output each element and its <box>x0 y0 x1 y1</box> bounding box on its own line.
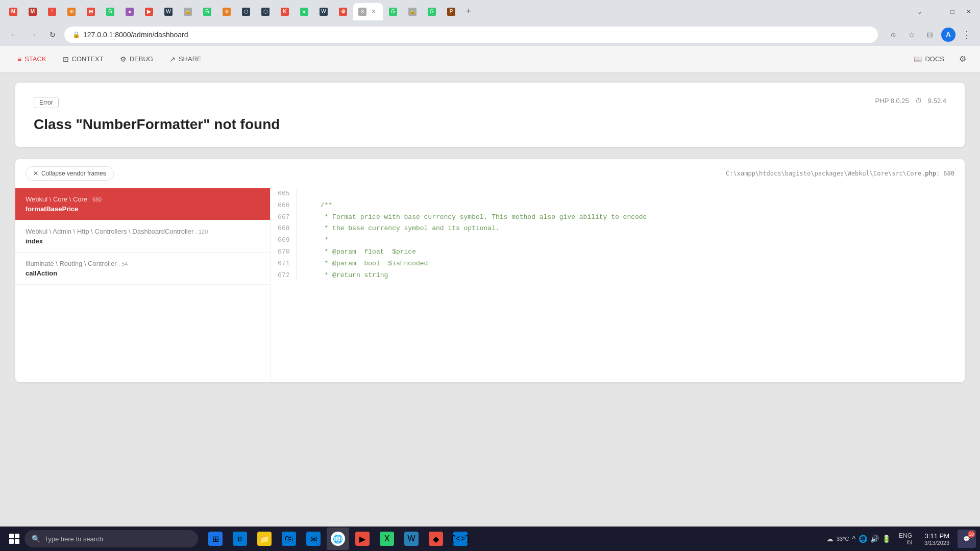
tab-gmail[interactable]: M <box>4 3 22 20</box>
taskbar-app-chrome[interactable]: 🌐 <box>327 528 349 550</box>
tab-t10[interactable]: ⚙ <box>217 3 236 20</box>
temperature-text: 33°C <box>837 536 849 542</box>
profile-avatar[interactable]: A <box>941 28 955 42</box>
tab-t9[interactable]: G <box>198 3 216 20</box>
line-num-668: 668 <box>271 223 296 235</box>
network-icon[interactable]: 🌐 <box>859 535 867 543</box>
collapse-label: Collapse vendor frames <box>41 170 106 177</box>
tab-close-active[interactable]: ✕ <box>370 8 378 16</box>
store-icon: 🛍 <box>282 532 296 546</box>
line-num-670: 670 <box>271 246 296 258</box>
tab-favicon-t12: ⬡ <box>261 8 270 16</box>
search-placeholder: Type here to search <box>44 535 103 543</box>
back-button[interactable]: ← <box>6 27 21 42</box>
ignition-version: 9.52.4 <box>928 97 946 105</box>
taskbar-app-mail[interactable]: ✉ <box>302 528 325 550</box>
line-num-672: 672 <box>271 270 296 282</box>
context-button[interactable]: ⊡ CONTEXT <box>56 52 111 66</box>
bookmark-icon[interactable]: ☆ <box>904 28 919 42</box>
tab-t8[interactable]: 🔒 <box>179 3 197 20</box>
taskbar-app-tool1[interactable]: ◆ <box>425 528 447 550</box>
collapse-icon: ✕ <box>33 170 38 177</box>
docs-button[interactable]: 📖 DOCS <box>906 52 951 66</box>
close-window-button[interactable]: ✕ <box>962 5 976 19</box>
taskbar-search[interactable]: 🔍 Type here to search <box>24 530 198 547</box>
maximize-button[interactable]: □ <box>945 5 960 19</box>
stack-frame-2[interactable]: Illuminate \ Routing \ Controller : 54 c… <box>15 253 270 285</box>
tab-t5[interactable]: ● <box>120 3 139 20</box>
stack-body: Webkul \ Core \ Core : 680 formatBasePri… <box>15 188 965 382</box>
settings-button[interactable]: ⚙ <box>955 52 970 66</box>
forward-button[interactable]: → <box>26 27 41 42</box>
battery-icon[interactable]: 🔋 <box>882 535 891 543</box>
tab-t3[interactable]: ⊞ <box>82 3 100 20</box>
tab-favicon-t15: W <box>320 8 328 16</box>
tray-expand-icon[interactable]: ^ <box>852 535 855 543</box>
clock[interactable]: 3:11 PM 3/13/2023 <box>920 532 953 546</box>
tab-t11[interactable]: ⬡ <box>237 3 255 20</box>
reload-button[interactable]: ↻ <box>45 27 60 42</box>
tab-t17[interactable]: G <box>384 3 402 20</box>
tab-t4[interactable]: G <box>101 3 119 20</box>
tab-t18[interactable]: 🔒 <box>403 3 422 20</box>
stack-button[interactable]: ≡ STACK <box>10 52 54 66</box>
tab-t19[interactable]: G <box>423 3 441 20</box>
address-text: 127.0.0.1:8000/admin/dashboard <box>83 31 188 39</box>
region-text: IN <box>906 539 912 545</box>
tab-t15[interactable]: W <box>314 3 333 20</box>
address-input[interactable]: 🔒 127.0.0.1:8000/admin/dashboard <box>64 27 878 43</box>
share-page-icon[interactable]: ⎋ <box>886 28 900 42</box>
docs-label: DOCS <box>925 55 944 63</box>
error-header-row: Error Class "NumberFormatter" not found … <box>34 97 946 133</box>
minimize-button[interactable]: ─ <box>929 5 943 19</box>
stack-frame-1[interactable]: Webkul \ Admin \ Http \ Controllers \ Da… <box>15 220 270 253</box>
share-button[interactable]: ↗ SHARE <box>162 52 209 66</box>
tab-t1[interactable]: ! <box>43 3 61 20</box>
weather-icon[interactable]: ☁ <box>826 535 834 543</box>
browser-menu-button[interactable]: ⋮ <box>960 28 974 42</box>
debug-button[interactable]: ⚙ DEBUG <box>113 52 160 66</box>
sidebar-toggle-icon[interactable]: ⊟ <box>923 28 937 42</box>
tab-t16[interactable]: ⚙ <box>334 3 352 20</box>
php-version: PHP 8.0.25 <box>875 97 909 105</box>
code-line-667: 667 * Format price with base currency sy… <box>271 212 965 223</box>
taskbar-app-explorer[interactable]: 📁 <box>253 528 276 550</box>
code-line-669: 669 * <box>271 235 965 246</box>
tab-t12[interactable]: ⬡ <box>256 3 275 20</box>
tab-t2[interactable]: ⊞ <box>62 3 81 20</box>
tab-favicon-t6: ▶ <box>145 8 153 16</box>
tab-t20[interactable]: P <box>442 3 460 20</box>
error-title: Class "NumberFormatter" not found <box>34 116 280 133</box>
tab-m2[interactable]: M <box>23 3 42 20</box>
widgets-icon: ⊞ <box>208 532 223 546</box>
tab-menu-button[interactable]: ⌄ <box>913 5 927 19</box>
taskbar-app-vscode[interactable]: {'<>'} <box>449 528 472 550</box>
share-icon: ↗ <box>169 55 176 63</box>
taskbar-app-youtube[interactable]: ▶ <box>351 528 374 550</box>
language-region[interactable]: ENG IN <box>895 532 916 545</box>
new-tab-button[interactable]: + <box>461 5 476 19</box>
ignition-toolbar: ≡ STACK ⊡ CONTEXT ⚙ DEBUG ↗ SHARE 📖 DOCS… <box>0 46 980 72</box>
line-content-668: * the base currency symbol and its optio… <box>296 223 965 235</box>
frame-1-method: index <box>26 237 260 245</box>
tab-active[interactable]: ✕ ✕ <box>353 3 383 20</box>
tab-t14[interactable]: ● <box>295 3 313 20</box>
taskbar-app-edge[interactable]: e <box>229 528 251 550</box>
address-icons: ⎋ ☆ ⊟ A ⋮ <box>886 28 974 42</box>
notification-button[interactable]: 💬 18 <box>958 530 976 548</box>
taskbar-app-word[interactable]: W <box>400 528 423 550</box>
collapse-vendor-button[interactable]: ✕ Collapse vendor frames <box>26 166 114 181</box>
taskbar-app-widgets[interactable]: ⊞ <box>204 528 227 550</box>
start-button[interactable] <box>4 529 24 549</box>
stack-frame-0[interactable]: Webkul \ Core \ Core : 680 formatBasePri… <box>15 188 270 220</box>
debug-icon: ⚙ <box>120 55 127 63</box>
taskbar-app-store[interactable]: 🛍 <box>278 528 300 550</box>
stack-label: STACK <box>24 55 46 63</box>
vscode-icon: {'<>'} <box>453 532 468 546</box>
taskbar-app-excel[interactable]: X <box>376 528 398 550</box>
tab-t13[interactable]: K <box>276 3 294 20</box>
tab-t6[interactable]: ▶ <box>140 3 158 20</box>
line-content-666: /** <box>296 200 965 212</box>
tab-t7[interactable]: W <box>159 3 178 20</box>
speaker-icon[interactable]: 🔊 <box>870 535 879 543</box>
